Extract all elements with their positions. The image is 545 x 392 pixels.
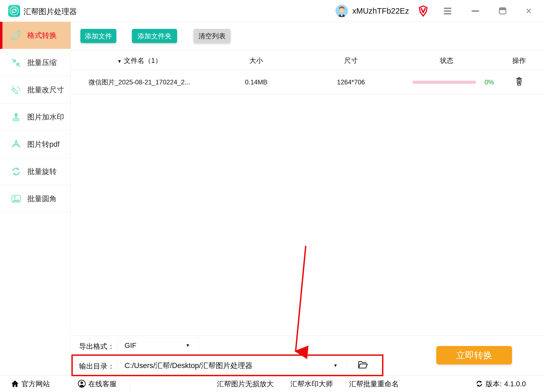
column-size: 大小 (249, 56, 263, 65)
export-format-value: GIF (125, 341, 136, 350)
sidebar-item-label: 图片转pdf (27, 139, 60, 149)
user-avatar[interactable] (335, 5, 348, 17)
column-filename[interactable]: ▼文件名（1） (117, 56, 162, 65)
update-refresh-icon (476, 380, 483, 388)
file-size: 0.14MB (245, 78, 268, 86)
export-format-label: 导出格式： (79, 342, 114, 351)
format-convert-icon (11, 30, 21, 41)
promo-link-lossless-enlarge[interactable]: 汇帮图片无损放大 (217, 379, 274, 388)
sidebar-item-batch-resize[interactable]: 批量改尺寸 (0, 76, 71, 103)
sidebar-item-label: 图片加水印 (27, 112, 64, 122)
progress-percent: 0% (485, 78, 494, 86)
folder-icon (358, 361, 368, 369)
close-button[interactable]: × (523, 6, 535, 16)
watermark-stamp-icon (11, 112, 21, 122)
home-icon (11, 380, 19, 388)
output-dir-label: 输出目录： (79, 362, 114, 371)
table-row[interactable]: 微信图片_2025-08-21_170224_2... 0.14MB 1264*… (71, 71, 545, 94)
convert-now-button[interactable]: 立即转换 (436, 346, 512, 365)
column-status: 状态 (440, 56, 453, 65)
output-dir-value: C:/Users/汇帮/Desktop/汇帮图片处理器 (125, 361, 253, 370)
online-support-link[interactable]: 在线客服 (78, 379, 117, 388)
file-dimensions: 1264*706 (337, 78, 365, 86)
app-window: 汇帮图片处理器 xMUzhTFb22Ez × (0, 0, 545, 392)
official-site-link[interactable]: 官方网站 (11, 379, 50, 388)
maximize-button[interactable] (496, 6, 508, 16)
sidebar-item-label: 批量圆角 (27, 194, 57, 204)
chevron-down-icon: ▼ (186, 343, 190, 348)
delete-file-button[interactable] (515, 77, 523, 87)
vip-badge-icon[interactable] (418, 5, 429, 17)
sidebar-item-label: 批量压缩 (27, 58, 57, 68)
promo-link-watermark-master[interactable]: 汇帮水印大师 (290, 379, 333, 388)
app-title: 汇帮图片处理器 (23, 7, 77, 17)
footer: 官方网站 在线客服 汇帮图片无损放大 汇帮水印大师 汇帮批量重命名 版本: 4.… (0, 375, 545, 392)
sort-descending-icon[interactable]: ▼ (117, 59, 122, 64)
sidebar-item-batch-compress[interactable]: 批量压缩 (0, 49, 71, 76)
pdf-icon (11, 139, 21, 149)
export-panel: 导出格式： GIF ▼ 输出目录： C:/Users/汇帮/Desktop/汇帮… (71, 335, 545, 375)
sidebar-item-image-to-pdf[interactable]: 图片转pdf (0, 131, 71, 158)
sidebar-item-batch-rotate[interactable]: 批量旋转 (0, 158, 71, 185)
clear-list-button[interactable]: 清空列表 (193, 29, 231, 43)
main-content: 添加文件 添加文件夹 清空列表 ▼文件名（1） 大小 尺寸 状态 操作 微信图片… (71, 22, 545, 335)
username-label: xMUzhTFb22Ez (352, 7, 409, 16)
version-value: 4.1.0.0 (504, 379, 526, 388)
table-header: ▼文件名（1） 大小 尺寸 状态 操作 (71, 51, 545, 71)
minimize-button[interactable] (469, 6, 481, 16)
sidebar-item-rounded-corner[interactable]: 批量圆角 (0, 185, 71, 212)
promo-link-batch-rename[interactable]: 汇帮批量重命名 (349, 379, 399, 388)
add-file-button[interactable]: 添加文件 (80, 29, 116, 43)
column-actions: 操作 (512, 56, 526, 65)
sidebar-item-label: 格式转换 (27, 30, 57, 40)
column-dimensions: 尺寸 (344, 56, 358, 65)
batch-compress-icon (11, 57, 21, 68)
sidebar-item-label: 批量改尺寸 (27, 85, 64, 95)
add-folder-button[interactable]: 添加文件夹 (132, 29, 177, 43)
batch-rotate-icon (11, 166, 21, 177)
app-logo-icon (8, 5, 20, 17)
version-info: 版本: 4.1.0.0 (476, 379, 526, 388)
browse-folder-button[interactable] (358, 361, 368, 370)
version-label: 版本: (486, 379, 502, 388)
file-name: 微信图片_2025-08-21_170224_2... (89, 78, 190, 87)
export-format-select[interactable]: GIF ▼ (117, 338, 199, 353)
trash-icon (515, 77, 523, 86)
menu-button[interactable] (441, 6, 453, 16)
sidebar-item-format-convert[interactable]: 格式转换 (0, 22, 71, 49)
toolbar: 添加文件 添加文件夹 清空列表 (71, 22, 545, 51)
titlebar: 汇帮图片处理器 xMUzhTFb22Ez × (0, 0, 545, 22)
chevron-down-icon: ▼ (333, 363, 338, 368)
output-dir-select[interactable]: C:/Users/汇帮/Desktop/汇帮图片处理器 ▼ (117, 357, 347, 374)
batch-resize-icon (11, 85, 21, 95)
progress-bar (412, 81, 476, 84)
sidebar: 格式转换 批量压缩 批量改尺寸 (0, 22, 71, 375)
rounded-corner-icon (11, 194, 21, 204)
sidebar-item-label: 批量旋转 (27, 167, 57, 176)
support-person-icon (78, 380, 86, 388)
sidebar-item-watermark[interactable]: 图片加水印 (0, 103, 71, 131)
